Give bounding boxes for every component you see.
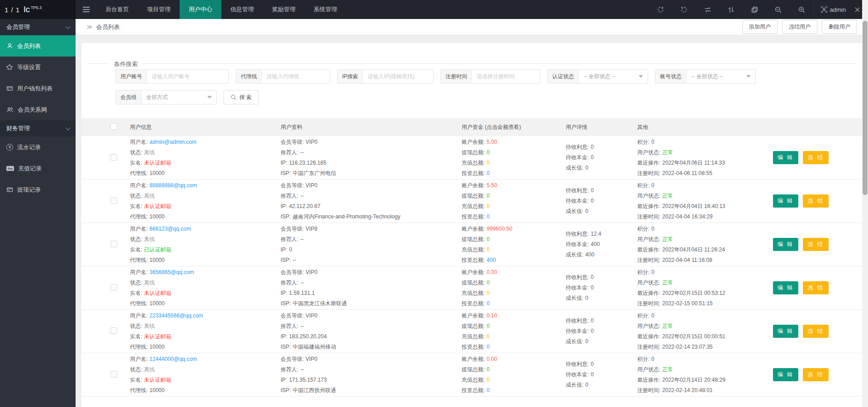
- invest-total[interactable]: 400: [486, 257, 496, 263]
- withdraw-total[interactable]: 0: [486, 193, 490, 199]
- sidebar-group-finance-management[interactable]: 财务管理: [0, 120, 76, 137]
- cell-user-details: 待收利息:0 待收本金:0 成长值:0: [566, 185, 637, 217]
- search-button[interactable]: 搜 索: [224, 90, 258, 104]
- recharge-total[interactable]: 0: [486, 333, 490, 340]
- sidebar-toggle-icon[interactable]: [76, 0, 96, 19]
- recharge-total[interactable]: 0: [486, 377, 490, 383]
- account-balance[interactable]: 0.00: [486, 269, 497, 275]
- pending-interest: 0: [591, 187, 594, 194]
- auth-status-select[interactable]: -- 全部状态 --: [579, 70, 648, 83]
- invest-total[interactable]: 0: [486, 300, 490, 307]
- edit-button[interactable]: 编 辑: [773, 325, 798, 338]
- freeze-button[interactable]: 冻 结: [803, 368, 828, 381]
- last-operation-time: 2022年04月04日 16:40:13: [662, 203, 725, 209]
- row-checkbox[interactable]: [110, 154, 117, 161]
- zoom-in-icon[interactable]: [790, 0, 814, 19]
- edit-button[interactable]: 编 辑: [773, 238, 798, 251]
- sidebar-item-user-wallet-list[interactable]: 用户钱包列表: [0, 78, 76, 99]
- invest-total[interactable]: 0: [486, 170, 490, 176]
- row-checkbox[interactable]: [110, 284, 117, 291]
- sidebar-item-recharge-records[interactable]: Pay 充值记录: [0, 158, 76, 179]
- sidebar-item-member-list[interactable]: 会员列表: [0, 35, 76, 57]
- swap-vertical-icon[interactable]: [720, 0, 743, 19]
- sidebar-item-level-settings[interactable]: 等级设置: [0, 57, 76, 78]
- field-auth-status: 认证状态 -- 全部状态 --: [547, 69, 648, 84]
- edit-button[interactable]: 编 辑: [773, 151, 798, 164]
- nav-item-system[interactable]: 系统管理: [305, 0, 346, 19]
- nav-item-projects[interactable]: 项目管理: [138, 0, 180, 19]
- withdraw-total[interactable]: 0: [486, 279, 490, 286]
- freeze-user-button[interactable]: 冻结用户: [782, 20, 817, 34]
- sidebar-item-member-network[interactable]: 会员关系网: [0, 99, 76, 120]
- recharge-total[interactable]: 0: [486, 203, 490, 209]
- refresh-icon[interactable]: [649, 0, 672, 19]
- freeze-button[interactable]: 冻 结: [803, 281, 828, 294]
- admin-menu[interactable]: admin: [814, 0, 852, 19]
- edit-button[interactable]: 编 辑: [773, 368, 798, 381]
- row-checkbox[interactable]: [110, 197, 117, 204]
- recharge-total[interactable]: 0: [486, 160, 490, 166]
- account-status-select[interactable]: -- 全部状态 --: [687, 70, 755, 83]
- recharge-total[interactable]: 0: [486, 290, 490, 296]
- ip-search-input[interactable]: [363, 70, 433, 83]
- member-level: VIP0: [305, 356, 317, 362]
- username-link[interactable]: 666123@qq.com: [149, 226, 191, 232]
- invest-total[interactable]: 0: [486, 213, 490, 220]
- sidebar-item-transaction-records[interactable]: ¥ 流水记录: [0, 137, 76, 158]
- nav-item-rewards[interactable]: 奖励管理: [263, 0, 305, 19]
- freeze-button[interactable]: 冻 结: [803, 325, 828, 338]
- scrollbar-thumb[interactable]: [863, 21, 868, 195]
- agent-line-input[interactable]: [262, 70, 330, 83]
- username-link[interactable]: 12444000@qq.com: [149, 356, 197, 362]
- ip-address: 42.112.20.67: [289, 203, 320, 209]
- username-link[interactable]: 88888888@qq.com: [149, 182, 197, 189]
- username-link[interactable]: 3656865@qq.com: [149, 269, 194, 275]
- row-checkbox[interactable]: [110, 241, 117, 247]
- pending-interest: 0: [591, 317, 594, 324]
- agent-line: 10000: [149, 257, 164, 263]
- account-balance[interactable]: 5.50: [486, 182, 497, 189]
- sidebar-item-withdraw-records[interactable]: 提现记录: [0, 179, 76, 200]
- account-balance[interactable]: 0.10: [486, 312, 497, 319]
- row-checkbox[interactable]: [110, 371, 117, 378]
- register-time-input[interactable]: [472, 70, 540, 83]
- member-level: VIP0: [305, 312, 317, 319]
- user-status-badge: 正常: [662, 366, 673, 373]
- account-balance[interactable]: 999600.50: [486, 226, 512, 232]
- invest-total[interactable]: 0: [486, 387, 490, 393]
- freeze-button[interactable]: 冻 结: [803, 238, 828, 251]
- header-user-info: 用户信息: [130, 123, 281, 131]
- sidebar-group-member-management[interactable]: 会员管理: [0, 19, 76, 35]
- withdraw-total[interactable]: 0: [486, 149, 490, 156]
- delete-user-button[interactable]: 删除用户: [822, 20, 857, 34]
- username-link[interactable]: 2233445566@qq.com: [149, 312, 203, 319]
- row-checkbox[interactable]: [110, 327, 117, 334]
- withdraw-total[interactable]: 0: [486, 323, 490, 329]
- recharge-total[interactable]: 0: [486, 246, 490, 253]
- freeze-button[interactable]: 冻 结: [803, 151, 828, 164]
- ip-address: 116.23.126.185: [289, 160, 327, 166]
- withdraw-total[interactable]: 0: [486, 366, 490, 373]
- edit-button[interactable]: 编 辑: [773, 281, 798, 294]
- user-account-input[interactable]: [147, 70, 229, 83]
- nav-item-user-center[interactable]: 用户中心: [180, 0, 221, 19]
- edit-button[interactable]: 编 辑: [773, 194, 798, 208]
- agent-line: 10000: [149, 300, 164, 307]
- add-user-button[interactable]: 添加用户: [742, 20, 777, 34]
- member-group-select[interactable]: 全部方式: [142, 90, 216, 104]
- account-balance[interactable]: 0.00: [486, 356, 497, 362]
- select-all-checkbox[interactable]: [110, 123, 117, 130]
- copy-icon[interactable]: [743, 0, 767, 19]
- freeze-button[interactable]: 冻 结: [803, 194, 828, 208]
- cell-user-profile: 会员等级:VIP8 推荐人:-- IP:0 ISP:--: [281, 224, 462, 265]
- username-link[interactable]: admin@admin.com: [149, 139, 196, 145]
- swap-horizontal-icon[interactable]: [696, 0, 720, 19]
- realname-status: 未认证邮箱: [144, 203, 171, 209]
- invest-total[interactable]: 0: [486, 344, 490, 350]
- nav-item-dashboard[interactable]: 后台首页: [96, 0, 138, 19]
- zoom-out-icon[interactable]: [767, 0, 790, 19]
- history-icon[interactable]: [672, 0, 696, 19]
- account-balance[interactable]: 5.00: [486, 139, 497, 145]
- withdraw-total[interactable]: 0: [486, 236, 490, 242]
- nav-item-information[interactable]: 信息管理: [221, 0, 263, 19]
